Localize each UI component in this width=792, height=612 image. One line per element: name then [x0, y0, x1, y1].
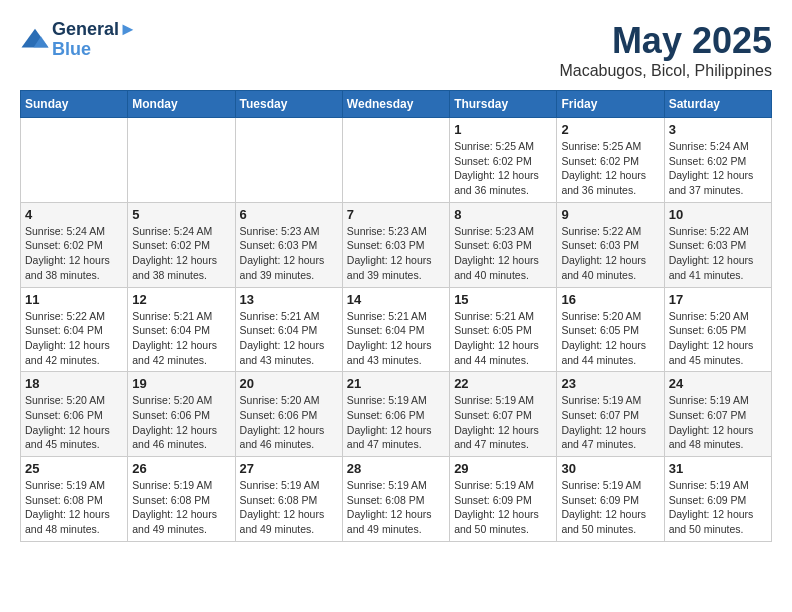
calendar-cell	[342, 118, 449, 203]
day-number: 11	[25, 292, 123, 307]
day-number: 8	[454, 207, 552, 222]
day-number: 9	[561, 207, 659, 222]
calendar-cell	[235, 118, 342, 203]
day-info: Sunrise: 5:25 AM Sunset: 6:02 PM Dayligh…	[454, 139, 552, 198]
day-number: 25	[25, 461, 123, 476]
day-info: Sunrise: 5:23 AM Sunset: 6:03 PM Dayligh…	[240, 224, 338, 283]
calendar-cell: 17Sunrise: 5:20 AM Sunset: 6:05 PM Dayli…	[664, 287, 771, 372]
day-number: 7	[347, 207, 445, 222]
day-info: Sunrise: 5:25 AM Sunset: 6:02 PM Dayligh…	[561, 139, 659, 198]
day-info: Sunrise: 5:24 AM Sunset: 6:02 PM Dayligh…	[25, 224, 123, 283]
calendar-table: SundayMondayTuesdayWednesdayThursdayFrid…	[20, 90, 772, 542]
calendar-cell: 25Sunrise: 5:19 AM Sunset: 6:08 PM Dayli…	[21, 457, 128, 542]
day-info: Sunrise: 5:19 AM Sunset: 6:07 PM Dayligh…	[669, 393, 767, 452]
day-number: 2	[561, 122, 659, 137]
day-info: Sunrise: 5:20 AM Sunset: 6:05 PM Dayligh…	[669, 309, 767, 368]
calendar-cell	[21, 118, 128, 203]
day-info: Sunrise: 5:19 AM Sunset: 6:08 PM Dayligh…	[240, 478, 338, 537]
calendar-cell: 31Sunrise: 5:19 AM Sunset: 6:09 PM Dayli…	[664, 457, 771, 542]
calendar-cell: 12Sunrise: 5:21 AM Sunset: 6:04 PM Dayli…	[128, 287, 235, 372]
calendar-week-4: 18Sunrise: 5:20 AM Sunset: 6:06 PM Dayli…	[21, 372, 772, 457]
day-info: Sunrise: 5:19 AM Sunset: 6:07 PM Dayligh…	[454, 393, 552, 452]
calendar-week-2: 4Sunrise: 5:24 AM Sunset: 6:02 PM Daylig…	[21, 202, 772, 287]
calendar-cell: 1Sunrise: 5:25 AM Sunset: 6:02 PM Daylig…	[450, 118, 557, 203]
calendar-cell: 26Sunrise: 5:19 AM Sunset: 6:08 PM Dayli…	[128, 457, 235, 542]
day-info: Sunrise: 5:21 AM Sunset: 6:04 PM Dayligh…	[347, 309, 445, 368]
calendar-cell: 14Sunrise: 5:21 AM Sunset: 6:04 PM Dayli…	[342, 287, 449, 372]
calendar-cell	[128, 118, 235, 203]
weekday-header-sunday: Sunday	[21, 91, 128, 118]
day-info: Sunrise: 5:19 AM Sunset: 6:09 PM Dayligh…	[669, 478, 767, 537]
calendar-cell: 20Sunrise: 5:20 AM Sunset: 6:06 PM Dayli…	[235, 372, 342, 457]
day-info: Sunrise: 5:19 AM Sunset: 6:09 PM Dayligh…	[454, 478, 552, 537]
day-number: 4	[25, 207, 123, 222]
weekday-header-wednesday: Wednesday	[342, 91, 449, 118]
day-info: Sunrise: 5:22 AM Sunset: 6:03 PM Dayligh…	[669, 224, 767, 283]
day-number: 24	[669, 376, 767, 391]
day-info: Sunrise: 5:20 AM Sunset: 6:05 PM Dayligh…	[561, 309, 659, 368]
page-header: General► Blue May 2025 Macabugos, Bicol,…	[20, 20, 772, 80]
calendar-cell: 11Sunrise: 5:22 AM Sunset: 6:04 PM Dayli…	[21, 287, 128, 372]
day-number: 29	[454, 461, 552, 476]
month-title: May 2025	[559, 20, 772, 62]
location-title: Macabugos, Bicol, Philippines	[559, 62, 772, 80]
day-info: Sunrise: 5:21 AM Sunset: 6:04 PM Dayligh…	[132, 309, 230, 368]
calendar-cell: 7Sunrise: 5:23 AM Sunset: 6:03 PM Daylig…	[342, 202, 449, 287]
calendar-week-5: 25Sunrise: 5:19 AM Sunset: 6:08 PM Dayli…	[21, 457, 772, 542]
calendar-cell: 30Sunrise: 5:19 AM Sunset: 6:09 PM Dayli…	[557, 457, 664, 542]
calendar-cell: 2Sunrise: 5:25 AM Sunset: 6:02 PM Daylig…	[557, 118, 664, 203]
day-number: 30	[561, 461, 659, 476]
day-info: Sunrise: 5:21 AM Sunset: 6:04 PM Dayligh…	[240, 309, 338, 368]
day-number: 14	[347, 292, 445, 307]
day-number: 15	[454, 292, 552, 307]
day-number: 5	[132, 207, 230, 222]
day-info: Sunrise: 5:23 AM Sunset: 6:03 PM Dayligh…	[347, 224, 445, 283]
day-number: 13	[240, 292, 338, 307]
calendar-cell: 8Sunrise: 5:23 AM Sunset: 6:03 PM Daylig…	[450, 202, 557, 287]
calendar-cell: 3Sunrise: 5:24 AM Sunset: 6:02 PM Daylig…	[664, 118, 771, 203]
weekday-header-friday: Friday	[557, 91, 664, 118]
day-info: Sunrise: 5:19 AM Sunset: 6:08 PM Dayligh…	[347, 478, 445, 537]
day-number: 22	[454, 376, 552, 391]
calendar-cell: 22Sunrise: 5:19 AM Sunset: 6:07 PM Dayli…	[450, 372, 557, 457]
calendar-cell: 23Sunrise: 5:19 AM Sunset: 6:07 PM Dayli…	[557, 372, 664, 457]
weekday-header-thursday: Thursday	[450, 91, 557, 118]
calendar-cell: 18Sunrise: 5:20 AM Sunset: 6:06 PM Dayli…	[21, 372, 128, 457]
logo-icon	[20, 25, 50, 55]
day-number: 23	[561, 376, 659, 391]
day-number: 1	[454, 122, 552, 137]
day-number: 31	[669, 461, 767, 476]
calendar-cell: 4Sunrise: 5:24 AM Sunset: 6:02 PM Daylig…	[21, 202, 128, 287]
day-number: 26	[132, 461, 230, 476]
day-info: Sunrise: 5:19 AM Sunset: 6:06 PM Dayligh…	[347, 393, 445, 452]
day-info: Sunrise: 5:21 AM Sunset: 6:05 PM Dayligh…	[454, 309, 552, 368]
day-number: 6	[240, 207, 338, 222]
weekday-header-monday: Monday	[128, 91, 235, 118]
logo-text: General► Blue	[52, 20, 137, 60]
calendar-cell: 13Sunrise: 5:21 AM Sunset: 6:04 PM Dayli…	[235, 287, 342, 372]
day-info: Sunrise: 5:20 AM Sunset: 6:06 PM Dayligh…	[240, 393, 338, 452]
day-number: 10	[669, 207, 767, 222]
day-number: 17	[669, 292, 767, 307]
calendar-cell: 15Sunrise: 5:21 AM Sunset: 6:05 PM Dayli…	[450, 287, 557, 372]
calendar-cell: 24Sunrise: 5:19 AM Sunset: 6:07 PM Dayli…	[664, 372, 771, 457]
day-info: Sunrise: 5:19 AM Sunset: 6:09 PM Dayligh…	[561, 478, 659, 537]
day-info: Sunrise: 5:24 AM Sunset: 6:02 PM Dayligh…	[669, 139, 767, 198]
day-number: 20	[240, 376, 338, 391]
calendar-header-row: SundayMondayTuesdayWednesdayThursdayFrid…	[21, 91, 772, 118]
day-number: 19	[132, 376, 230, 391]
day-number: 28	[347, 461, 445, 476]
day-info: Sunrise: 5:20 AM Sunset: 6:06 PM Dayligh…	[25, 393, 123, 452]
weekday-header-tuesday: Tuesday	[235, 91, 342, 118]
day-info: Sunrise: 5:19 AM Sunset: 6:08 PM Dayligh…	[25, 478, 123, 537]
day-number: 3	[669, 122, 767, 137]
calendar-week-1: 1Sunrise: 5:25 AM Sunset: 6:02 PM Daylig…	[21, 118, 772, 203]
day-info: Sunrise: 5:22 AM Sunset: 6:03 PM Dayligh…	[561, 224, 659, 283]
day-info: Sunrise: 5:19 AM Sunset: 6:07 PM Dayligh…	[561, 393, 659, 452]
day-info: Sunrise: 5:23 AM Sunset: 6:03 PM Dayligh…	[454, 224, 552, 283]
day-number: 18	[25, 376, 123, 391]
day-number: 27	[240, 461, 338, 476]
day-number: 21	[347, 376, 445, 391]
calendar-cell: 29Sunrise: 5:19 AM Sunset: 6:09 PM Dayli…	[450, 457, 557, 542]
day-info: Sunrise: 5:24 AM Sunset: 6:02 PM Dayligh…	[132, 224, 230, 283]
